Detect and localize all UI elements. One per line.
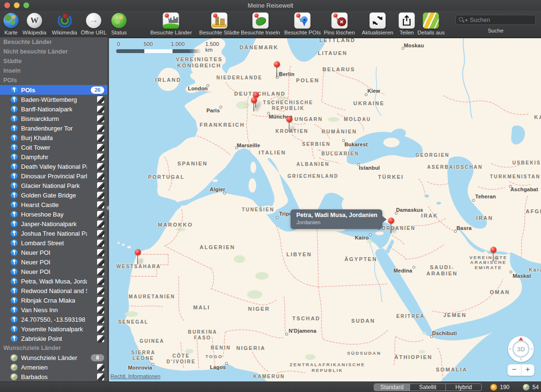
toolbar-label: Besuchte Städte — [199, 30, 239, 35]
toolbar-button-besuchte-laender[interactable]: Besuchte Länder — [151, 12, 192, 35]
edit-icon[interactable] — [97, 115, 104, 122]
sidebar-item[interactable]: Dampfuhr — [0, 152, 108, 162]
sidebar-item[interactable]: Banff-Nationalpark — [0, 104, 108, 114]
toolbar-button-pins-loeschen[interactable]: Pins löschen — [324, 12, 355, 35]
city-dot — [369, 233, 372, 236]
map-view[interactable]: DÄNEMARKLETTLANDLITAUENVEREINIGTESKÖNIGR… — [109, 38, 541, 381]
compass-3d-control[interactable]: 3D — [508, 336, 534, 362]
edit-icon[interactable] — [97, 326, 104, 333]
edit-icon[interactable] — [97, 364, 104, 371]
sidebar-item[interactable]: Golden Gate Bridge — [0, 190, 108, 200]
sidebar-item[interactable]: Neuer POI — [0, 257, 108, 267]
zoom-in-button[interactable]: + — [521, 364, 535, 376]
sidebar-item[interactable]: Yosemite Nationalpark — [0, 324, 108, 334]
search-input[interactable] — [469, 16, 523, 24]
compass-tick — [509, 348, 511, 349]
map-country-label: LEONE — [132, 356, 154, 361]
edit-icon[interactable] — [97, 306, 104, 314]
toolbar-button-aktualisieren[interactable]: Aktualisieren — [362, 12, 393, 35]
toolbar-button-wikimedia[interactable]: Wikimedia — [52, 12, 77, 35]
edit-icon[interactable] — [97, 278, 104, 285]
toolbar-button-wikipedia[interactable]: Wikipedia — [22, 12, 46, 35]
map-country-label: IRLAND — [155, 77, 182, 83]
toolbar-button-besuchte-staedte[interactable]: Besuchte Städte — [199, 12, 239, 35]
edit-icon[interactable] — [97, 230, 104, 237]
edit-icon[interactable] — [97, 182, 104, 189]
map-type-satellit[interactable]: Satellit — [410, 384, 445, 391]
sidebar-item[interactable]: POIs26 — [0, 85, 108, 95]
sidebar-item[interactable]: Jasper-Nationalpark — [0, 219, 108, 229]
sidebar-item[interactable]: Lombard Street — [0, 238, 108, 248]
sidebar-item[interactable]: Glacier National Park — [0, 181, 108, 190]
edit-icon[interactable] — [97, 144, 104, 151]
sidebar-item[interactable]: Armenien — [0, 362, 108, 372]
edit-icon[interactable] — [97, 268, 104, 275]
edit-icon[interactable] — [97, 153, 104, 161]
edit-icon[interactable] — [97, 240, 104, 247]
map-country-label: SOMALIA — [436, 367, 467, 372]
edit-icon[interactable] — [97, 125, 104, 132]
edit-icon[interactable] — [97, 316, 104, 323]
toolbar-button-oeffne-url[interactable]: Öffne URL — [81, 12, 107, 35]
zoom-out-button[interactable]: − — [508, 364, 521, 376]
map-country-label: ARABIEN — [426, 271, 458, 276]
edit-icon[interactable] — [97, 249, 104, 256]
sidebar-item[interactable]: Burj Khalifa — [0, 133, 108, 142]
sidebar-item[interactable]: Joshua Tree National Park — [0, 229, 108, 238]
edit-icon[interactable] — [97, 173, 104, 180]
count-badge: 8 — [91, 354, 104, 361]
sidebar-item[interactable]: Hearst Castle — [0, 200, 108, 209]
sidebar-item[interactable]: Barbados — [0, 372, 108, 381]
edit-icon[interactable] — [97, 211, 104, 218]
sidebar-item[interactable]: Neuer POI — [0, 248, 108, 257]
sidebar-item[interactable]: Brandenburger Tor — [0, 123, 108, 133]
sidebar-item[interactable]: Van Ness Inn — [0, 305, 108, 315]
edit-icon[interactable] — [97, 297, 104, 304]
map-city-label: Istanbul — [359, 165, 380, 171]
edit-icon[interactable] — [97, 220, 104, 228]
edit-icon[interactable] — [97, 192, 104, 199]
edit-icon[interactable] — [97, 287, 104, 294]
toolbar-button-besuchte-inseln[interactable]: Besuchte Inseln — [241, 12, 280, 35]
sidebar-item[interactable]: Dinosaur Provincial Park — [0, 171, 108, 181]
sidebar-item[interactable]: Baden-Württemberg — [0, 95, 108, 104]
toolbar-button-karte[interactable]: Karte — [3, 12, 19, 35]
sidebar-item[interactable]: Death Valley National Park — [0, 162, 108, 171]
toolbar-button-status[interactable]: Status — [111, 12, 127, 35]
sidebar-item[interactable]: Petra, Wadi Musa, Jordanien — [0, 276, 108, 286]
city-dot — [276, 216, 279, 219]
sidebar-item[interactable]: Ribnjak Crna Mlaka — [0, 295, 108, 305]
edit-icon[interactable] — [97, 201, 104, 208]
pin-island-icon — [252, 12, 269, 29]
edit-icon[interactable] — [97, 335, 104, 342]
sidebar-item[interactable]: Redwood National and State … — [0, 286, 108, 295]
map-type-hybrid[interactable]: Hybrid — [445, 384, 481, 391]
sidebar-item[interactable]: Zabriskie Point — [0, 334, 108, 343]
edit-icon[interactable] — [97, 134, 104, 142]
map-city-label: Maskat — [513, 273, 531, 279]
sidebar-item[interactable]: Coit Tower — [0, 142, 108, 152]
edit-icon[interactable] — [97, 163, 104, 170]
edit-icon[interactable] — [97, 259, 104, 266]
edit-icon[interactable] — [97, 373, 104, 381]
poi-pin-icon — [11, 87, 18, 94]
edit-icon[interactable] — [97, 96, 104, 103]
toolbar-button-details-aus[interactable]: Details aus — [418, 12, 445, 35]
app-window: Meine Reisewelt Karte Wikipedia Wikimedi… — [0, 0, 541, 392]
poi-pin-icon — [11, 96, 18, 103]
sidebar-item[interactable]: Bismarckturm — [0, 114, 108, 123]
map-city-label: Marseille — [237, 142, 260, 148]
search-field[interactable] — [455, 15, 536, 25]
legal-info-link[interactable]: Rechtl. Informationen — [110, 373, 161, 379]
sidebar-item-label: Zabriskie Point — [21, 335, 62, 342]
sidebar-item[interactable]: 24.707550, -13.593198 — [0, 315, 108, 324]
map-type-standard[interactable]: Standard — [374, 384, 410, 391]
sidebar-item[interactable]: Wunschziele Länder8 — [0, 353, 108, 362]
sidebar-item[interactable]: Neuer POI — [0, 267, 108, 276]
map-city-label: Paris — [206, 108, 220, 113]
toolbar-button-besuchte-pois[interactable]: Besuchte POIs — [284, 12, 321, 35]
edit-icon[interactable] — [97, 106, 104, 113]
toolbar-button-teilen[interactable]: Teilen — [399, 12, 415, 35]
sidebar-item[interactable]: Horseshoe Bay — [0, 209, 108, 219]
map-country-label: REPUBLIK — [272, 106, 305, 111]
